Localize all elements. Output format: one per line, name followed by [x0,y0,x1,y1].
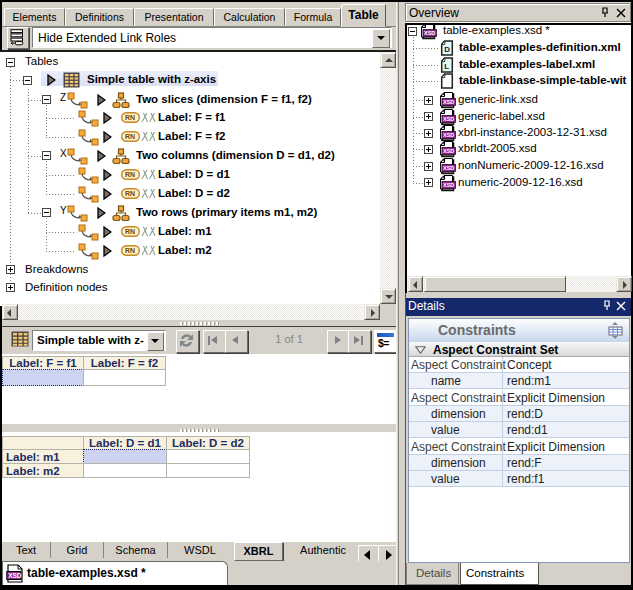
svg-text:XSD: XSD [443,182,454,188]
svg-text:RN: RN [125,228,135,235]
svg-text:XSD: XSD [443,116,454,122]
svg-text:RN: RN [125,114,135,121]
svg-text:RN: RN [125,190,135,197]
svg-text:XSD: XSD [424,30,435,36]
svg-text:RN: RN [125,171,135,178]
svg-text:XSD: XSD [8,572,22,579]
svg-text:XSD: XSD [443,148,454,154]
svg-text:D: D [444,45,450,54]
svg-text:RN: RN [125,133,135,140]
svg-text:L: L [444,62,449,71]
svg-text:XSD: XSD [443,165,454,171]
svg-text:RN: RN [125,247,135,254]
svg-text:XSD: XSD [443,99,454,105]
svg-text:XSD: XSD [443,132,454,138]
